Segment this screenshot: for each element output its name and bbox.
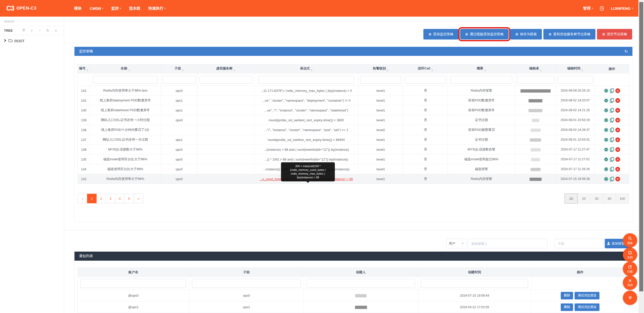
collapse-all-icon[interactable]: » [52,28,60,32]
delete-icon[interactable]: × [615,147,620,152]
sort-icon[interactable]: ▲▼ [182,69,184,71]
column-filter-input[interactable] [517,76,554,84]
close-float-button[interactable]: 关闭 [623,276,637,290]
page-button[interactable]: 5 [124,194,134,203]
locate-icon[interactable] [20,28,28,33]
column-filter-input[interactable] [163,76,196,84]
column-filter-input[interactable] [258,76,354,84]
page-button[interactable]: 3 [106,194,115,203]
refresh-icon[interactable]: ↻ [625,49,628,54]
search-float-button[interactable]: 搜索 [623,233,637,248]
delete-button[interactable]: 删除 [561,292,573,299]
brand-logo[interactable]: C3 OPEN-C3 [6,5,36,12]
chevron-right-icon[interactable] [4,39,7,43]
page-scrollbar-thumb[interactable] [639,2,643,291]
delete-icon[interactable]: × [615,167,620,172]
copy-icon[interactable] [610,98,614,103]
settings-gear-icon[interactable] [604,147,609,152]
copy-icon[interactable] [610,157,614,162]
column-filter-input[interactable] [451,76,512,84]
refresh-icon[interactable]: ↻ [44,28,52,32]
settings-gear-icon[interactable] [604,177,609,181]
user-menu[interactable]: LIJINFENG ▾ [611,6,633,11]
test-message-channel-button[interactable]: 测试消息通道 [575,292,599,299]
expression-text[interactable]: ...ce", "/", "instance", "cluster", "nam… [264,108,348,112]
settings-gear-icon[interactable] [604,137,609,142]
settings-gear-icon[interactable] [604,157,609,162]
toolbar-button[interactable]: ⊕ 通过模版添加监控策略 [460,29,509,40]
column-filter-input[interactable] [421,279,528,288]
policy-column-header[interactable]: 编辑时间▲▼ [556,64,595,73]
toolbar-button[interactable]: ⊕ 保存为模板 [510,29,542,40]
settings-gear-icon[interactable] [604,128,609,132]
sort-icon[interactable]: ▲▼ [484,69,486,71]
page-button[interactable]: 1 [87,194,97,203]
page-button[interactable]: » [134,194,143,203]
copy-icon[interactable] [610,108,614,113]
page-size-button[interactable]: 10 [565,193,578,204]
expand-plus-icon[interactable]: + [28,28,36,32]
copy-icon[interactable] [610,177,614,181]
menu-item[interactable]: CMDB ▾ [90,6,103,11]
page-size-button[interactable]: 20 [577,193,590,204]
policy-column-header[interactable]: 操作▲▼ [594,64,629,73]
sort-icon[interactable]: ▲▼ [581,69,583,71]
issue-float-button[interactable]: 问题 [623,262,637,276]
expression-text[interactable]: ...11.171:6379") / redis_memory_max_byte… [261,89,352,93]
policy-column-header[interactable]: 编号▲▼ [78,64,90,73]
menu-item[interactable]: 监控 ▾ [111,6,121,11]
expression-text[interactable]: ...)) * 100) > 98 and ( sum(treeinfo(tid… [264,158,348,161]
settings-gear-icon[interactable] [604,118,609,123]
policy-column-header[interactable]: 名称▲▼ [90,64,161,73]
page-size-button[interactable]: 100 [616,193,629,204]
sort-icon[interactable]: ▲▼ [431,69,433,71]
sort-icon[interactable]: ▲▼ [128,69,130,71]
add-alert-user-input[interactable] [468,239,547,248]
column-filter-input[interactable] [360,76,401,84]
notebook-icon[interactable] [599,6,604,11]
column-filter-input[interactable] [557,76,593,84]
delete-icon[interactable]: × [615,157,620,162]
policy-column-header[interactable]: 虚拟服务树▲▼ [197,64,254,73]
page-size-button[interactable]: 30 [590,193,603,204]
page-button[interactable]: 4 [115,194,125,203]
menu-item[interactable]: 快速执行 ▾ [148,6,166,11]
column-filter-input[interactable] [192,279,301,288]
copy-icon[interactable] [610,88,614,93]
tree-node-root[interactable]: ROOT [0,35,64,43]
subgroup-input[interactable] [554,239,603,248]
sort-icon[interactable]: ▲▼ [387,69,389,71]
toolbar-button[interactable]: ⊕ 复制其他服务树节点策略 [543,29,595,40]
expression-text[interactable]: round(probe_ssl_earliest_cert_expiry-tim… [268,138,345,142]
delete-button[interactable]: 删除 [561,303,573,311]
delete-icon[interactable]: × [615,108,620,113]
delete-icon[interactable]: × [615,137,620,142]
copy-icon[interactable] [610,118,614,123]
toolbar-button[interactable]: ⊗ 清空节点策略 [597,29,632,40]
sort-icon[interactable]: ▲▼ [87,69,88,71]
column-filter-input[interactable] [80,279,186,288]
sort-icon[interactable]: ▲▼ [311,69,313,71]
copy-icon[interactable] [610,147,614,152]
sort-icon[interactable]: ▲▼ [233,69,235,71]
policy-column-header[interactable]: 告警级别▲▼ [358,64,403,73]
settings-gear-icon[interactable] [604,88,609,93]
tree-search-input[interactable] [4,19,60,23]
scroll-down-float-button[interactable] [623,291,637,305]
page-button[interactable]: « [78,194,87,203]
policy-column-header[interactable]: 连环Call▲▼ [403,64,448,73]
policy-column-header[interactable]: 概要▲▼ [448,64,515,73]
copy-icon[interactable] [610,137,614,142]
column-filter-input[interactable] [200,76,252,84]
document-float-button[interactable]: 文档 [623,248,637,262]
column-filter-input[interactable] [405,76,446,84]
user-type-select[interactable]: 用户 ▼ [446,239,466,248]
delete-icon[interactable]: × [615,177,620,181]
page-size-button[interactable]: 50 [603,193,616,204]
page-scrollbar-track[interactable] [638,0,644,313]
policy-column-header[interactable]: 表达式▲▼ [254,64,358,73]
policy-column-header[interactable]: 编辑者▲▼ [515,64,556,73]
expression-text[interactable]: ...(instance) > 98 and ( sum(treeinfo(ti… [264,148,349,151]
expression-text[interactable]: ...ce", "cluster", "namespace", "deploym… [262,99,350,102]
page-button[interactable]: 2 [96,194,106,203]
